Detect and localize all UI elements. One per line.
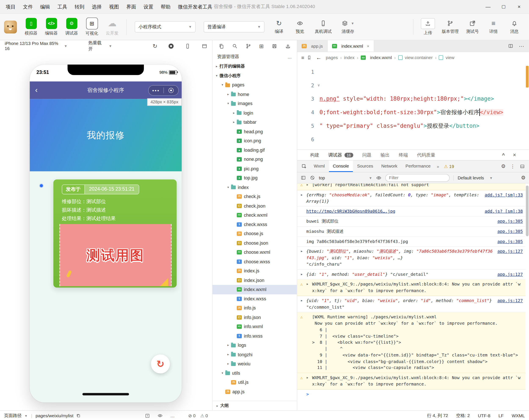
tree-item[interactable]: ▲head.png bbox=[212, 127, 297, 136]
console-message[interactable]: ⚠[WXML Runtime warning] ./pages/weixiu/m… bbox=[297, 312, 526, 373]
tab-output[interactable]: 输出 bbox=[381, 152, 390, 158]
back-arrow-icon[interactable]: ← bbox=[316, 55, 322, 61]
filter-input[interactable] bbox=[385, 174, 450, 182]
breadcrumb-view-container[interactable]: view.container bbox=[405, 55, 433, 60]
expand-arrow-icon[interactable]: ▶ bbox=[301, 272, 303, 276]
avatar[interactable] bbox=[4, 21, 17, 33]
tree-item[interactable]: ▸logs bbox=[212, 340, 297, 350]
breadcrumb-file[interactable]: index.wxml bbox=[370, 55, 392, 60]
search-icon[interactable] bbox=[232, 43, 238, 49]
console-message[interactable]: app.js:305miaoshu 测试描述 bbox=[297, 227, 526, 237]
tree-item[interactable]: ▾index bbox=[212, 183, 297, 192]
inspect-dot[interactable] bbox=[40, 184, 43, 187]
tree-item[interactable]: {}choose.json bbox=[212, 239, 297, 248]
tree-item[interactable]: ▲none.png bbox=[212, 155, 297, 164]
code-line[interactable]: 6 bbox=[297, 133, 529, 146]
console-source-link[interactable]: add.js? [sm]:33 bbox=[485, 192, 523, 198]
more-icon[interactable]: ⋯ bbox=[519, 43, 524, 49]
tree-item[interactable]: Schoose.wxss bbox=[212, 257, 297, 266]
console-source-link[interactable]: app.js:127 bbox=[497, 271, 523, 277]
exit-target-icon[interactable] bbox=[164, 88, 178, 93]
console-message[interactable]: app.js:127▶{uid: "1", tj: "uid", biao: "… bbox=[297, 296, 526, 312]
inspect-element-icon[interactable] bbox=[301, 163, 307, 169]
code-line[interactable]: 5" type="primary" class="denglu">授权登录</b… bbox=[297, 119, 529, 133]
console-source-link[interactable]: app.js:305 bbox=[497, 228, 523, 235]
tree-item[interactable]: Sindex.wxss bbox=[212, 294, 297, 303]
tab-console[interactable]: Console bbox=[329, 161, 353, 172]
source-control-icon[interactable] bbox=[246, 43, 251, 49]
more-icon[interactable]: … bbox=[288, 54, 292, 59]
tree-item[interactable]: {}index.json bbox=[212, 276, 297, 285]
clear-console-icon[interactable] bbox=[310, 175, 315, 180]
console-message[interactable]: add.js? [sm]:38http://tmp/c9RiW3bGHqsn89… bbox=[297, 206, 526, 217]
tree-item[interactable]: ▸home bbox=[212, 90, 297, 99]
breadcrumb-pages[interactable]: pages bbox=[326, 55, 338, 60]
bookmark-icon[interactable] bbox=[306, 55, 312, 60]
expand-arrow-icon[interactable]: ▶ bbox=[301, 299, 303, 303]
window-view-icon[interactable] bbox=[202, 43, 207, 49]
tab-network[interactable]: Network bbox=[377, 161, 401, 172]
tree-item[interactable]: ▾utils bbox=[212, 368, 297, 378]
debugger-toggle-button[interactable]: ⚙ 调试器 bbox=[61, 18, 82, 36]
split-editor-icon[interactable] bbox=[508, 43, 514, 49]
collapse-icon[interactable]: ^ bbox=[502, 152, 505, 158]
console-scrollbar[interactable] bbox=[526, 186, 529, 236]
compile-mode-select[interactable]: 普通编译 ▼ bbox=[204, 21, 264, 33]
tree-item[interactable]: ▲top.jpg bbox=[212, 173, 297, 183]
tree-item[interactable]: JScheck.js bbox=[212, 192, 297, 201]
device-select[interactable]: iPhone 12/13 Pro Max 85% 16 ▼ bbox=[5, 41, 67, 51]
copy-icon[interactable] bbox=[76, 413, 81, 418]
console-source-link[interactable]: app.js:305 bbox=[497, 239, 523, 245]
console-message[interactable]: app.js:305buwei 测试部位 bbox=[297, 217, 526, 227]
encoding[interactable]: UTF-8 bbox=[478, 413, 490, 418]
refresh-icon[interactable]: ↻ bbox=[153, 42, 158, 50]
files-icon[interactable] bbox=[218, 43, 224, 49]
eol-setting[interactable]: LF bbox=[499, 413, 503, 418]
close-icon[interactable]: × bbox=[513, 152, 516, 158]
upload-button[interactable]: 上传 bbox=[417, 18, 438, 36]
tree-item[interactable]: <>choose.wxml bbox=[212, 248, 297, 257]
tree-item[interactable]: ▸login bbox=[212, 108, 297, 118]
remote-debug-button[interactable]: 真机调试 bbox=[310, 19, 336, 35]
language-mode[interactable]: WXML bbox=[512, 413, 525, 418]
menu-item[interactable]: 设置 bbox=[140, 0, 157, 14]
menu-item[interactable]: 编辑 bbox=[36, 0, 53, 14]
gear-icon[interactable]: ⚙ bbox=[501, 163, 505, 169]
console-source-link[interactable]: add.js? [sm]:38 bbox=[485, 208, 523, 215]
menu-item[interactable]: 文件 bbox=[19, 0, 36, 14]
messages-button[interactable]: 消息 bbox=[504, 19, 525, 35]
tree-item[interactable]: ▲icon.png bbox=[212, 136, 297, 146]
expand-arrow-icon[interactable]: ▶ bbox=[307, 183, 308, 187]
tree-item[interactable]: ▾images bbox=[212, 99, 297, 108]
dock-side-icon[interactable] bbox=[520, 164, 525, 169]
tab-problems[interactable]: 问题 bbox=[362, 152, 371, 158]
stop-icon[interactable] bbox=[169, 43, 173, 49]
console-prompt[interactable]: > bbox=[306, 392, 309, 396]
console-message[interactable]: app.js:127▶{id: "1", method: "user_detai… bbox=[297, 270, 526, 279]
tree-item[interactable]: ▸tabbar bbox=[212, 118, 297, 127]
cursor-position[interactable]: 行 4, 列 72 bbox=[427, 413, 448, 419]
repair-image[interactable]: 测试用图 bbox=[59, 224, 172, 286]
log-levels-select[interactable]: Default levels ▼ bbox=[453, 175, 493, 180]
tab-app-js[interactable]: JS app.js bbox=[297, 40, 328, 52]
tree-item[interactable]: <>info.wxml bbox=[212, 322, 297, 331]
refresh-fab[interactable]: ↻ bbox=[151, 354, 170, 373]
console-settings-icon[interactable]: ⚙ bbox=[521, 175, 525, 181]
close-button[interactable]: × bbox=[511, 0, 527, 14]
warning-count[interactable]: ⚠ 19 bbox=[444, 164, 454, 169]
console-message[interactable]: app.js:127▶{buwei: "测试部位", miaoshu: "测试描… bbox=[297, 247, 526, 270]
menu-item[interactable]: 项目 bbox=[2, 0, 19, 14]
compile-button[interactable]: ↻ 编译 bbox=[268, 19, 289, 35]
tree-item[interactable]: ▾微信小程序 bbox=[212, 71, 297, 81]
menu-item[interactable]: 视图 bbox=[106, 0, 123, 14]
tree-item[interactable]: JSutil.js bbox=[212, 378, 297, 387]
repair-card[interactable]: 发布于 2024-06-15 23:51:21 维修部位：测试部位 损坏描述：测… bbox=[53, 179, 177, 288]
menu-item[interactable]: 帮助 bbox=[157, 0, 174, 14]
outline-list-icon[interactable]: ≡ bbox=[301, 55, 304, 60]
code-line[interactable]: 3n.png" style="width: 180rpx;height:180r… bbox=[297, 92, 529, 106]
code-editor[interactable]: 12∨3n.png" style="width: 180rpx;height:1… bbox=[297, 63, 529, 149]
tab-code-quality[interactable]: 代码质量 bbox=[417, 152, 435, 158]
tree-item[interactable]: Scheck.wxss bbox=[212, 220, 297, 229]
expand-arrow-icon[interactable]: ▶ bbox=[301, 249, 303, 254]
test-account-button[interactable]: 测试号 bbox=[462, 19, 483, 35]
